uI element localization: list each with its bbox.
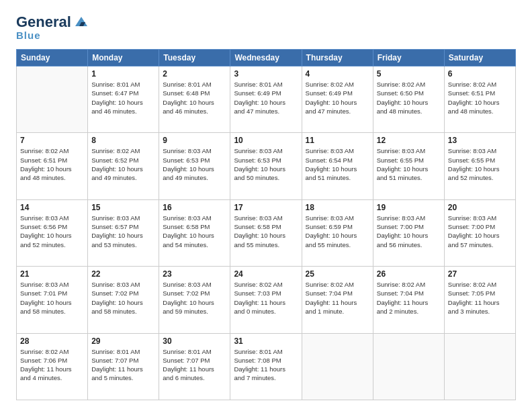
day-number: 11 xyxy=(306,136,369,145)
calendar-cell: 26Sunrise: 8:02 AM Sunset: 7:04 PM Dayli… xyxy=(373,267,444,333)
day-number: 13 xyxy=(448,136,512,145)
calendar-cell: 23Sunrise: 8:03 AM Sunset: 7:02 PM Dayli… xyxy=(159,267,230,333)
day-number: 30 xyxy=(163,336,226,346)
day-info: Sunrise: 8:02 AM Sunset: 6:50 PM Dayligh… xyxy=(377,80,441,116)
day-number: 31 xyxy=(234,336,298,346)
calendar-cell: 7Sunrise: 8:02 AM Sunset: 6:51 PM Daylig… xyxy=(17,133,88,199)
calendar-cell: 24Sunrise: 8:02 AM Sunset: 7:03 PM Dayli… xyxy=(230,267,302,333)
calendar-week-row: 7Sunrise: 8:02 AM Sunset: 6:51 PM Daylig… xyxy=(17,133,516,199)
day-info: Sunrise: 8:03 AM Sunset: 7:02 PM Dayligh… xyxy=(163,280,226,316)
calendar-cell: 18Sunrise: 8:03 AM Sunset: 6:59 PM Dayli… xyxy=(302,199,373,266)
calendar-cell: 21Sunrise: 8:03 AM Sunset: 7:01 PM Dayli… xyxy=(17,267,88,333)
calendar-cell: 22Sunrise: 8:03 AM Sunset: 7:02 PM Dayli… xyxy=(88,267,159,333)
weekday-header-sunday: Sunday xyxy=(17,50,88,66)
day-info: Sunrise: 8:03 AM Sunset: 6:53 PM Dayligh… xyxy=(234,146,298,182)
day-number: 14 xyxy=(20,203,84,212)
day-info: Sunrise: 8:02 AM Sunset: 6:52 PM Dayligh… xyxy=(91,146,155,182)
header: General Blue xyxy=(16,13,516,41)
day-number: 8 xyxy=(91,136,155,145)
day-info: Sunrise: 8:03 AM Sunset: 6:59 PM Dayligh… xyxy=(306,214,369,249)
calendar-cell: 14Sunrise: 8:03 AM Sunset: 6:56 PM Dayli… xyxy=(17,199,88,266)
day-number: 7 xyxy=(20,136,84,145)
day-info: Sunrise: 8:01 AM Sunset: 7:07 PM Dayligh… xyxy=(163,347,226,383)
calendar-cell: 6Sunrise: 8:02 AM Sunset: 6:51 PM Daylig… xyxy=(444,66,515,133)
calendar-cell xyxy=(302,333,373,400)
calendar-cell: 12Sunrise: 8:03 AM Sunset: 6:55 PM Dayli… xyxy=(373,133,444,199)
day-info: Sunrise: 8:03 AM Sunset: 7:01 PM Dayligh… xyxy=(20,280,84,316)
day-info: Sunrise: 8:02 AM Sunset: 7:03 PM Dayligh… xyxy=(234,280,298,316)
day-number: 22 xyxy=(91,269,155,279)
day-info: Sunrise: 8:01 AM Sunset: 6:47 PM Dayligh… xyxy=(91,80,155,116)
day-number: 20 xyxy=(448,203,512,212)
calendar-cell: 11Sunrise: 8:03 AM Sunset: 6:54 PM Dayli… xyxy=(302,133,373,199)
calendar-cell xyxy=(373,333,444,400)
day-number: 2 xyxy=(163,69,226,79)
day-info: Sunrise: 8:02 AM Sunset: 7:04 PM Dayligh… xyxy=(306,280,369,316)
day-info: Sunrise: 8:03 AM Sunset: 6:53 PM Dayligh… xyxy=(163,146,226,182)
calendar-cell: 10Sunrise: 8:03 AM Sunset: 6:53 PM Dayli… xyxy=(230,133,302,199)
calendar-cell: 30Sunrise: 8:01 AM Sunset: 7:07 PM Dayli… xyxy=(159,333,230,400)
calendar-week-row: 14Sunrise: 8:03 AM Sunset: 6:56 PM Dayli… xyxy=(17,199,516,266)
page: General Blue SundayMondayTuesdayWednesda… xyxy=(0,0,532,411)
weekday-header-tuesday: Tuesday xyxy=(159,50,230,66)
calendar-table: SundayMondayTuesdayWednesdayThursdayFrid… xyxy=(16,49,516,400)
calendar-cell: 17Sunrise: 8:03 AM Sunset: 6:58 PM Dayli… xyxy=(230,199,302,266)
calendar-cell: 29Sunrise: 8:01 AM Sunset: 7:07 PM Dayli… xyxy=(88,333,159,400)
calendar-cell: 19Sunrise: 8:03 AM Sunset: 7:00 PM Dayli… xyxy=(373,199,444,266)
calendar-cell: 5Sunrise: 8:02 AM Sunset: 6:50 PM Daylig… xyxy=(373,66,444,133)
day-number: 9 xyxy=(163,136,226,145)
weekday-header-monday: Monday xyxy=(88,50,159,66)
day-number: 6 xyxy=(448,69,512,79)
calendar-cell: 13Sunrise: 8:03 AM Sunset: 6:55 PM Dayli… xyxy=(444,133,515,199)
day-info: Sunrise: 8:01 AM Sunset: 6:48 PM Dayligh… xyxy=(163,80,226,116)
weekday-header-wednesday: Wednesday xyxy=(230,50,302,66)
day-info: Sunrise: 8:03 AM Sunset: 7:00 PM Dayligh… xyxy=(448,214,512,249)
day-info: Sunrise: 8:03 AM Sunset: 6:55 PM Dayligh… xyxy=(377,146,441,182)
calendar-week-row: 28Sunrise: 8:02 AM Sunset: 7:06 PM Dayli… xyxy=(17,333,516,400)
day-number: 5 xyxy=(377,69,441,79)
day-info: Sunrise: 8:02 AM Sunset: 6:51 PM Dayligh… xyxy=(448,80,512,116)
day-info: Sunrise: 8:01 AM Sunset: 6:49 PM Dayligh… xyxy=(234,80,298,116)
day-number: 10 xyxy=(234,136,298,145)
calendar-cell: 20Sunrise: 8:03 AM Sunset: 7:00 PM Dayli… xyxy=(444,199,515,266)
day-info: Sunrise: 8:03 AM Sunset: 7:02 PM Dayligh… xyxy=(91,280,155,316)
weekday-header-thursday: Thursday xyxy=(302,50,373,66)
day-info: Sunrise: 8:02 AM Sunset: 7:04 PM Dayligh… xyxy=(377,280,441,316)
logo-icon xyxy=(74,15,89,28)
day-info: Sunrise: 8:02 AM Sunset: 6:49 PM Dayligh… xyxy=(306,80,369,116)
calendar-cell: 4Sunrise: 8:02 AM Sunset: 6:49 PM Daylig… xyxy=(302,66,373,133)
day-number: 15 xyxy=(91,203,155,212)
calendar-cell: 25Sunrise: 8:02 AM Sunset: 7:04 PM Dayli… xyxy=(302,267,373,333)
day-number: 28 xyxy=(20,336,84,346)
day-info: Sunrise: 8:03 AM Sunset: 6:58 PM Dayligh… xyxy=(163,214,226,249)
calendar-cell: 1Sunrise: 8:01 AM Sunset: 6:47 PM Daylig… xyxy=(88,66,159,133)
day-number: 4 xyxy=(306,69,369,79)
day-info: Sunrise: 8:03 AM Sunset: 6:57 PM Dayligh… xyxy=(91,214,155,249)
day-info: Sunrise: 8:03 AM Sunset: 6:55 PM Dayligh… xyxy=(448,146,512,182)
day-info: Sunrise: 8:02 AM Sunset: 7:05 PM Dayligh… xyxy=(448,280,512,316)
day-number: 23 xyxy=(163,269,226,279)
day-info: Sunrise: 8:03 AM Sunset: 6:56 PM Dayligh… xyxy=(20,214,84,249)
calendar-cell: 2Sunrise: 8:01 AM Sunset: 6:48 PM Daylig… xyxy=(159,66,230,133)
day-number: 17 xyxy=(234,203,298,212)
day-number: 24 xyxy=(234,269,298,279)
day-number: 25 xyxy=(306,269,369,279)
calendar-week-row: 21Sunrise: 8:03 AM Sunset: 7:01 PM Dayli… xyxy=(17,267,516,333)
calendar-cell: 9Sunrise: 8:03 AM Sunset: 6:53 PM Daylig… xyxy=(159,133,230,199)
logo: General Blue xyxy=(16,13,89,41)
day-info: Sunrise: 8:02 AM Sunset: 6:51 PM Dayligh… xyxy=(20,146,84,182)
calendar-week-row: 1Sunrise: 8:01 AM Sunset: 6:47 PM Daylig… xyxy=(17,66,516,133)
day-number: 16 xyxy=(163,203,226,212)
calendar-cell: 27Sunrise: 8:02 AM Sunset: 7:05 PM Dayli… xyxy=(444,267,515,333)
weekday-header-row: SundayMondayTuesdayWednesdayThursdayFrid… xyxy=(17,50,516,66)
day-info: Sunrise: 8:03 AM Sunset: 7:00 PM Dayligh… xyxy=(377,214,441,249)
day-number: 27 xyxy=(448,269,512,279)
day-number: 12 xyxy=(377,136,441,145)
weekday-header-friday: Friday xyxy=(373,50,444,66)
day-info: Sunrise: 8:02 AM Sunset: 7:06 PM Dayligh… xyxy=(20,347,84,383)
day-number: 21 xyxy=(20,269,84,279)
calendar-cell: 28Sunrise: 8:02 AM Sunset: 7:06 PM Dayli… xyxy=(17,333,88,400)
day-number: 29 xyxy=(91,336,155,346)
calendar-cell: 15Sunrise: 8:03 AM Sunset: 6:57 PM Dayli… xyxy=(88,199,159,266)
day-number: 18 xyxy=(306,203,369,212)
